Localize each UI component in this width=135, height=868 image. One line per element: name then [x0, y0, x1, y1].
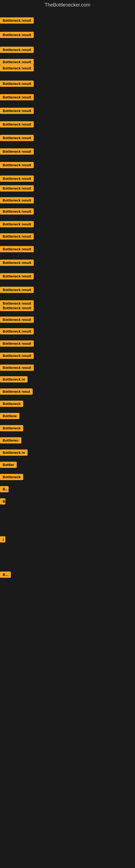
- result-row: Bottleneck result: [0, 208, 34, 215]
- bottleneck-badge[interactable]: Bot: [0, 571, 11, 578]
- result-row: Bottleneck result: [0, 121, 34, 127]
- result-row: |: [0, 536, 5, 542]
- result-row: Bottleneck result: [0, 94, 34, 100]
- result-row: Bottleneck result: [0, 32, 34, 38]
- bottleneck-badge[interactable]: Bottleneck re: [0, 376, 28, 382]
- bottleneck-badge[interactable]: Bottleneck result: [0, 108, 34, 114]
- result-row: Bottleneck re: [0, 450, 28, 456]
- bottleneck-badge[interactable]: Bottleneck result: [0, 352, 34, 359]
- result-row: Bottleneck result: [0, 148, 34, 155]
- bottleneck-badge[interactable]: Bottleneck result: [0, 197, 34, 204]
- result-row: Bottleneck result: [0, 18, 34, 24]
- bottleneck-badge[interactable]: Bottleneck: [0, 401, 23, 407]
- result-row: Bottleneck result: [0, 108, 34, 114]
- result-row: Bottleneck result: [0, 197, 34, 204]
- result-row: Bottleneck result: [0, 46, 34, 53]
- bottleneck-badge[interactable]: Bottler: [0, 462, 17, 468]
- result-row: Bottleneck result: [0, 287, 34, 293]
- result-row: Bot: [0, 571, 11, 578]
- bottleneck-badge[interactable]: Bottleneck: [0, 425, 23, 431]
- result-row: Bottleneck result: [0, 352, 34, 359]
- bottleneck-badge[interactable]: Bottleneck result: [0, 328, 34, 335]
- bottleneck-badge[interactable]: Bottleneck result: [0, 176, 34, 182]
- result-row: Bottleneck result: [0, 273, 34, 279]
- bottleneck-badge[interactable]: Bottleneck result: [0, 233, 34, 240]
- bottleneck-badge[interactable]: Bottleneck result: [0, 287, 34, 293]
- bottleneck-badge[interactable]: Bottleneck result: [0, 259, 34, 266]
- bottleneck-badge[interactable]: B: [0, 498, 5, 504]
- result-row: Bottlenec: [0, 437, 21, 443]
- bottleneck-badge[interactable]: Bottleneck result: [0, 121, 34, 127]
- bottleneck-badge[interactable]: Bottleneck result: [0, 340, 34, 347]
- result-row: Bottleneck result: [0, 233, 34, 240]
- bottleneck-badge[interactable]: Bottleneck result: [0, 59, 34, 65]
- result-row: Bottleneck result: [0, 328, 34, 335]
- result-row: Bottleneck result: [0, 59, 34, 65]
- result-row: Bottleneck result: [0, 176, 34, 182]
- result-row: Bottleneck result: [0, 185, 34, 191]
- bottleneck-badge[interactable]: Bottleneck result: [0, 273, 34, 279]
- result-row: Bottleneck result: [0, 135, 34, 141]
- result-row: Bottleneck result: [0, 246, 34, 252]
- bottleneck-badge[interactable]: Bottleneck result: [0, 162, 34, 168]
- bottleneck-badge[interactable]: Bottlenec: [0, 437, 21, 443]
- bottleneck-badge[interactable]: Bo: [0, 486, 9, 492]
- result-row: Bottleneck result: [0, 221, 34, 227]
- bottleneck-badge[interactable]: Bottleneck result: [0, 246, 34, 252]
- bottleneck-badge[interactable]: Bottleneck result: [0, 208, 34, 215]
- bottleneck-badge[interactable]: Bottleneck result: [0, 18, 34, 24]
- bottleneck-badge[interactable]: Bottleneck result: [0, 32, 34, 38]
- bottleneck-badge[interactable]: Bottleneck result: [0, 46, 34, 53]
- result-row: Bottleneck result: [0, 316, 34, 323]
- result-row: Bottleneck resul: [0, 389, 33, 395]
- bottleneck-badge[interactable]: Bottleneck result: [0, 94, 34, 100]
- bottleneck-badge[interactable]: Bottleneck result: [0, 305, 34, 311]
- bottleneck-badge[interactable]: Bottleneck re: [0, 450, 28, 456]
- bottleneck-badge[interactable]: Bottleneck: [0, 474, 23, 480]
- bottleneck-badge[interactable]: Bottleneck result: [0, 185, 34, 191]
- bottleneck-badge[interactable]: |: [0, 536, 5, 542]
- bottleneck-badge[interactable]: Bottleneck result: [0, 365, 34, 371]
- result-row: Bottleneck result: [0, 162, 34, 168]
- result-row: Bottleneck result: [0, 365, 34, 371]
- result-row: Bottleneck: [0, 401, 23, 407]
- bottleneck-badge[interactable]: Bottleneck result: [0, 221, 34, 227]
- result-row: Bottleneck result: [0, 259, 34, 266]
- result-row: Bo: [0, 486, 9, 492]
- result-row: Bottleneck result: [0, 340, 34, 347]
- bottleneck-badge[interactable]: Bottleneck result: [0, 148, 34, 155]
- result-row: B: [0, 498, 5, 504]
- result-row: Bottlene: [0, 413, 19, 419]
- bottleneck-badge[interactable]: Bottleneck result: [0, 316, 34, 323]
- result-row: Bottleneck result: [0, 65, 34, 71]
- result-row: Bottleneck result: [0, 81, 34, 87]
- result-row: Bottleneck re: [0, 376, 28, 382]
- result-row: Bottleneck: [0, 474, 23, 480]
- bottleneck-badge[interactable]: Bottlene: [0, 413, 19, 419]
- bottleneck-badge[interactable]: Bottleneck resul: [0, 389, 33, 395]
- bottleneck-badge[interactable]: Bottleneck result: [0, 65, 34, 71]
- result-row: Bottleneck result: [0, 305, 34, 311]
- site-title: TheBottlenecker.com: [0, 0, 135, 10]
- result-row: Bottleneck: [0, 425, 23, 431]
- bottleneck-badge[interactable]: Bottleneck result: [0, 135, 34, 141]
- bottleneck-badge[interactable]: Bottleneck result: [0, 81, 34, 87]
- result-row: Bottler: [0, 462, 17, 468]
